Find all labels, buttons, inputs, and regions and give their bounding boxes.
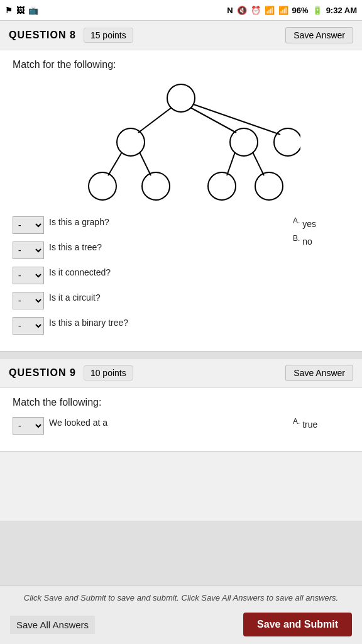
svg-point-7 (255, 172, 283, 200)
bottom-bar: Click Save and Submit to save and submit… (0, 586, 362, 644)
tv-icon: 📺 (28, 6, 38, 15)
mute-icon: 🔇 (237, 6, 247, 15)
question-8-instruction: Match for the following: (13, 59, 349, 70)
q8-4-select[interactable]: - A B (13, 292, 44, 309)
question-9-qa-area: - A We looked at a A. true (13, 417, 349, 442)
battery-percent: 96% (292, 6, 309, 15)
q8-4-question: Is it a circuit? (49, 292, 101, 304)
question-9-answers: A. true (287, 417, 349, 442)
bottom-buttons: Save All Answers Save and Submit (0, 608, 362, 644)
q8-1-select[interactable]: - A B (13, 216, 44, 234)
bottom-spacer (0, 452, 362, 521)
match-row-q8-3: - A B Is it connected? (13, 267, 287, 284)
status-icons-left: ⚑ 🖼 📺 (5, 6, 38, 15)
q8-5-question: Is this a binary tree? (49, 317, 128, 330)
alarm-icon: ⏰ (251, 6, 261, 15)
status-bar: ⚑ 🖼 📺 N 🔇 ⏰ 📶 📶 96% 🔋 9:32 AM (0, 0, 362, 20)
q8-3-question: Is it connected? (49, 267, 111, 279)
q8-answer-b-letter: B. (293, 234, 300, 243)
section-divider (0, 352, 362, 358)
save-and-submit-button[interactable]: Save and Submit (243, 613, 352, 636)
q8-5-select[interactable]: - A B (13, 317, 44, 335)
q8-1-question: Is this a graph? (49, 216, 109, 229)
status-icons-right: N 🔇 ⏰ 📶 📶 96% 🔋 9:32 AM (227, 6, 357, 15)
notification-icon: ⚑ (5, 6, 13, 15)
svg-point-6 (208, 172, 236, 200)
svg-line-14 (253, 152, 264, 175)
svg-point-2 (230, 128, 258, 156)
match-row-q8-4: - A B Is it a circuit? (13, 292, 287, 309)
q9-answer-a: A. true (293, 417, 349, 430)
question-8-body: Match for the following: (0, 50, 362, 351)
main-content: QUESTION 8 15 points Save Answer Match f… (0, 20, 362, 521)
question-8-qa-area: - A B Is this a graph? - A B Is this a t… (13, 216, 349, 342)
svg-point-5 (142, 172, 170, 200)
question-8-points: 15 points (84, 28, 133, 43)
match-row-q8-2: - A B Is this a tree? (13, 242, 287, 259)
question-9-body: Match the following: - A We looked at a … (0, 388, 362, 451)
tree-diagram (13, 79, 349, 205)
wifi-icon: 📶 (265, 6, 275, 15)
question-8-title: QUESTION 8 (9, 30, 76, 41)
svg-line-11 (108, 152, 122, 175)
match-row-q8-1: - A B Is this a graph? (13, 216, 287, 234)
question-9-points: 10 points (84, 365, 133, 380)
question-8-header: QUESTION 8 15 points Save Answer (0, 21, 362, 50)
svg-point-1 (117, 128, 145, 156)
svg-point-3 (274, 128, 300, 156)
question-9-header: QUESTION 9 10 points Save Answer (0, 358, 362, 388)
svg-line-13 (227, 152, 235, 175)
question-8-questions: - A B Is this a graph? - A B Is this a t… (13, 216, 287, 342)
bottom-info-text: Click Save and Submit to save and submit… (0, 586, 362, 608)
question-9-save-answer-button[interactable]: Save Answer (285, 365, 353, 381)
question-9-title: QUESTION 9 (9, 367, 76, 379)
q8-answer-a-letter: A. (293, 216, 300, 225)
question-9-questions: - A We looked at a (13, 417, 287, 442)
signal-icon: 📶 (278, 6, 288, 15)
q9-1-select[interactable]: - A (13, 417, 44, 435)
nfc-icon: N (227, 6, 233, 15)
svg-line-8 (138, 108, 172, 133)
question-8-card: QUESTION 8 15 points Save Answer Match f… (0, 20, 362, 352)
q9-1-question: We looked at a (49, 417, 107, 430)
question-9-instruction: Match the following: (13, 397, 349, 408)
question-8-answers: A. yes B. no (287, 216, 349, 342)
q8-answer-b: B. no (293, 234, 349, 247)
question-8-save-answer-button[interactable]: Save Answer (285, 27, 353, 43)
question-9-card: QUESTION 9 10 points Save Answer Match t… (0, 358, 362, 452)
save-all-answers-button[interactable]: Save All Answers (10, 616, 95, 634)
match-row-q9-1: - A We looked at a (13, 417, 287, 435)
q8-2-select[interactable]: - A B (13, 242, 44, 259)
q8-2-question: Is this a tree? (49, 242, 102, 254)
q8-3-select[interactable]: - A B (13, 267, 44, 284)
svg-point-4 (89, 172, 116, 200)
q9-answer-a-letter: A. (293, 417, 300, 426)
match-row-q8-5: - A B Is this a binary tree? (13, 317, 287, 335)
time-display: 9:32 AM (326, 6, 357, 15)
image-icon: 🖼 (16, 6, 25, 15)
svg-line-12 (140, 152, 151, 175)
battery-icon: 🔋 (312, 6, 322, 15)
q8-answer-a: A. yes (293, 216, 349, 229)
